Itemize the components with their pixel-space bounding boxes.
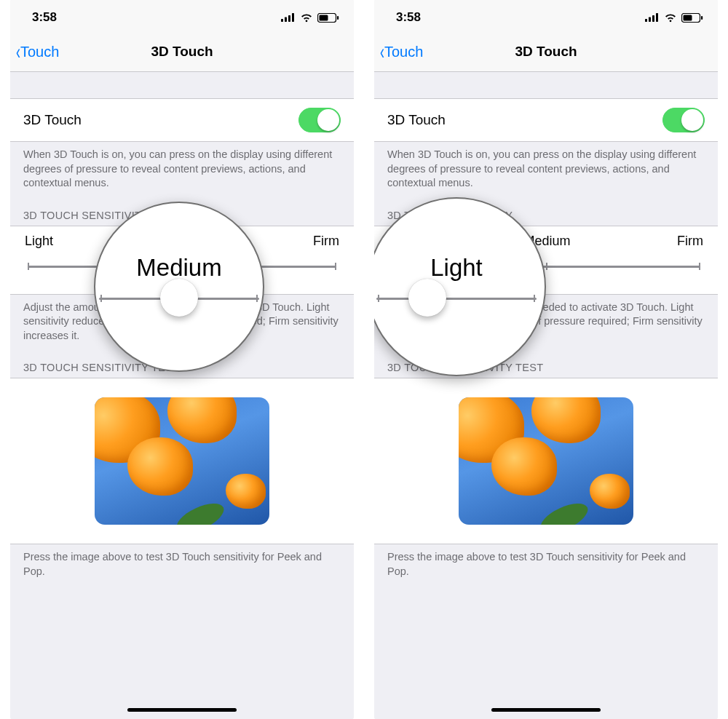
test-image[interactable]	[459, 397, 633, 525]
nav-back-button[interactable]: ‹ Touch	[10, 41, 59, 63]
svg-rect-0	[281, 19, 283, 22]
test-header: 3D TOUCH SENSITIVITY TEST	[10, 349, 354, 378]
svg-rect-7	[645, 19, 647, 22]
svg-rect-9	[652, 15, 654, 22]
slider-label-light: Light	[389, 234, 417, 249]
nav-back-label: Touch	[20, 44, 59, 60]
nav-title: 3D Touch	[374, 44, 718, 60]
toggle-row-3dtouch: 3D Touch	[374, 98, 718, 142]
svg-rect-3	[292, 13, 294, 22]
svg-rect-12	[684, 15, 692, 20]
test-cell	[10, 378, 354, 544]
svg-rect-6	[337, 16, 339, 20]
status-time: 3:58	[396, 10, 421, 25]
cellular-icon	[281, 13, 296, 22]
svg-rect-13	[701, 16, 703, 20]
home-indicator[interactable]	[127, 708, 237, 712]
svg-rect-10	[656, 13, 658, 22]
nav-title: 3D Touch	[10, 44, 354, 60]
toggle-label: 3D Touch	[23, 112, 82, 128]
cellular-icon	[645, 13, 660, 22]
battery-icon	[681, 13, 703, 23]
sensitivity-footer: Adjust the amount of pressure needed to …	[374, 295, 718, 349]
home-indicator[interactable]	[491, 708, 601, 712]
slider-label-light: Light	[25, 234, 53, 249]
sensitivity-slider[interactable]	[25, 256, 339, 277]
phone-screenshot-right: 3:58 ‹ Touch 3D Touch 3D Touch When 3D T…	[374, 0, 718, 719]
slider-label-medium: Medium	[524, 234, 571, 249]
svg-rect-5	[320, 15, 328, 20]
chevron-left-icon: ‹	[380, 41, 384, 63]
toggle-3dtouch[interactable]	[298, 108, 341, 132]
sensitivity-slider[interactable]	[389, 256, 703, 277]
sensitivity-header: 3D TOUCH SENSITIVITY	[374, 196, 718, 226]
battery-icon	[317, 13, 339, 23]
status-bar: 3:58	[374, 0, 718, 32]
nav-back-label: Touch	[384, 44, 423, 60]
toggle-footer: When 3D Touch is on, you can press on th…	[374, 142, 718, 196]
chevron-left-icon: ‹	[16, 41, 20, 63]
slider-label-firm: Firm	[313, 234, 339, 249]
nav-bar: ‹ Touch 3D Touch	[10, 32, 354, 72]
svg-rect-8	[649, 17, 651, 23]
toggle-footer: When 3D Touch is on, you can press on th…	[10, 142, 354, 196]
toggle-label: 3D Touch	[387, 112, 446, 128]
sensitivity-cell: Light Medium Firm	[10, 226, 354, 295]
slider-label-medium: Medium	[160, 234, 207, 249]
sensitivity-footer: Adjust the amount of pressure needed to …	[10, 295, 354, 349]
slider-thumb[interactable]	[388, 256, 408, 277]
slider-labels: Light Medium Firm	[389, 234, 703, 249]
test-cell	[374, 378, 718, 544]
wifi-icon	[664, 13, 677, 23]
slider-label-firm: Firm	[677, 234, 703, 249]
sensitivity-cell: Light Medium Firm	[374, 226, 718, 295]
nav-bar: ‹ Touch 3D Touch	[374, 32, 718, 72]
wifi-icon	[300, 13, 313, 23]
status-bar: 3:58	[10, 0, 354, 32]
toggle-row-3dtouch: 3D Touch	[10, 98, 354, 142]
svg-rect-1	[285, 17, 287, 23]
nav-back-button[interactable]: ‹ Touch	[374, 41, 423, 63]
slider-labels: Light Medium Firm	[25, 234, 339, 249]
svg-rect-2	[288, 15, 290, 22]
test-header: 3D TOUCH SENSITIVITY TEST	[374, 349, 718, 378]
status-icons	[645, 13, 703, 23]
test-footer: Press the image above to test 3D Touch s…	[10, 544, 354, 584]
toggle-3dtouch[interactable]	[662, 108, 705, 132]
sensitivity-header: 3D TOUCH SENSITIVITY	[10, 196, 354, 226]
status-icons	[281, 13, 339, 23]
slider-thumb[interactable]	[172, 256, 192, 277]
phone-screenshot-left: 3:58 ‹ Touch 3D Touch 3D Touch When 3D T…	[10, 0, 354, 719]
test-image[interactable]	[95, 397, 269, 525]
status-time: 3:58	[32, 10, 57, 25]
test-footer: Press the image above to test 3D Touch s…	[374, 544, 718, 584]
